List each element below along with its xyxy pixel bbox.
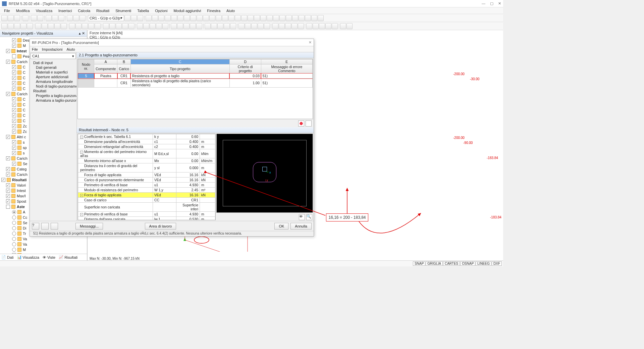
status-dxf[interactable]: DXF — [492, 261, 502, 266]
ok-button[interactable]: OK — [274, 223, 288, 230]
tb-icon[interactable] — [69, 23, 75, 29]
tb-icon[interactable] — [165, 15, 171, 21]
tb-icon[interactable] — [209, 15, 215, 21]
print-icon[interactable] — [51, 223, 58, 230]
tb-icon[interactable] — [122, 23, 128, 29]
result-row[interactable]: Forza di taglio applicataVEd16.16kN — [78, 172, 215, 178]
tb-icon[interactable] — [319, 23, 325, 29]
menu-insert[interactable]: Inserisci — [56, 8, 74, 13]
menu-tools[interactable]: Strumenti — [113, 8, 134, 13]
tb-icon[interactable] — [162, 23, 168, 29]
tb-view3-icon[interactable] — [79, 15, 86, 21]
tb-icon[interactable] — [235, 15, 241, 21]
tb-icon[interactable] — [42, 23, 48, 29]
status-snap[interactable]: SNAP — [413, 261, 425, 266]
tb-icon[interactable] — [177, 15, 183, 21]
tb-icon[interactable] — [61, 23, 67, 29]
tb-new-icon[interactable] — [1, 15, 7, 21]
tb-icon[interactable] — [82, 23, 88, 29]
tb-icon[interactable] — [211, 23, 217, 29]
tb-icon[interactable] — [291, 23, 298, 29]
tb-redo-icon[interactable] — [37, 15, 43, 21]
menu-view[interactable]: Visualizza — [33, 8, 55, 13]
menu-calc[interactable]: Calcola — [75, 8, 93, 13]
menu-addons[interactable]: Moduli aggiuntivi — [171, 8, 204, 13]
tb-save-icon[interactable] — [14, 15, 20, 21]
tb-icon[interactable] — [75, 23, 82, 29]
result-row[interactable]: Distanza tra il centro di gravità del pe… — [78, 163, 215, 172]
tb-b-icon[interactable] — [131, 15, 137, 21]
tb-icon[interactable] — [203, 15, 209, 21]
intermediate-grid[interactable]: -Coefficiente k sec. Tabella 6.1k y0.60D… — [77, 134, 216, 220]
tb-paste-icon[interactable] — [58, 15, 64, 21]
tb-icon[interactable] — [156, 23, 162, 29]
tb-icon[interactable] — [54, 23, 60, 29]
menu-file[interactable]: File — [1, 8, 13, 13]
close-button[interactable]: ✕ — [498, 1, 501, 6]
dlg-menu-help[interactable]: Aiuto — [67, 47, 75, 51]
dlg-menu-file[interactable]: File — [32, 47, 38, 51]
cancel-button[interactable]: Annulla — [290, 223, 312, 230]
tb-icon[interactable] — [8, 23, 14, 29]
status-cartes[interactable]: CARTES — [443, 261, 460, 266]
tb-icon[interactable] — [285, 23, 291, 29]
tb-icon[interactable] — [325, 23, 331, 29]
tb-icon[interactable] — [109, 23, 115, 29]
tb-icon[interactable] — [88, 23, 94, 29]
nav-tab-data[interactable]: 📄Dati — [1, 255, 14, 259]
result-row[interactable]: Distanza dall'area caricatalw,10.530m — [78, 217, 215, 220]
tb-icon[interactable] — [245, 23, 251, 29]
tb-icon[interactable] — [298, 23, 304, 29]
tb-icon[interactable] — [14, 23, 20, 29]
tb-icon[interactable] — [177, 23, 183, 29]
menu-table[interactable]: Tabella — [135, 8, 152, 13]
tb-icon[interactable] — [146, 15, 152, 21]
tb-icon[interactable] — [222, 15, 228, 21]
loadcase-combo[interactable]: CR1 - G1/p o G2/p ▾ — [88, 15, 124, 21]
tb-icon[interactable] — [251, 23, 257, 29]
tree-item[interactable]: M — [0, 247, 87, 252]
tb-icon[interactable] — [217, 23, 223, 29]
tree-item[interactable]: Va — [0, 236, 87, 242]
zoom-icon[interactable]: 🔍 — [306, 214, 312, 220]
tb-icon[interactable] — [196, 23, 202, 29]
tb-icon[interactable] — [241, 15, 247, 21]
tb-icon[interactable] — [197, 15, 203, 21]
dlg-close-icon[interactable]: ✕ — [309, 40, 312, 45]
result-row[interactable]: -Perimetro di verifica di baseu14.930m — [78, 212, 215, 217]
tb-c-icon[interactable] — [137, 15, 143, 21]
tb-icon[interactable] — [228, 15, 234, 21]
tb-icon[interactable] — [128, 23, 135, 29]
tb-icon[interactable] — [152, 15, 158, 21]
menu-window[interactable]: Finestra — [204, 8, 223, 13]
workarea-button[interactable]: Area di lavoro — [145, 223, 176, 230]
nav-tab-views[interactable]: 👁Viste — [43, 255, 55, 259]
messages-button[interactable]: Messaggi... — [75, 223, 103, 230]
tb-icon[interactable] — [313, 23, 319, 29]
tb-icon[interactable] — [279, 23, 285, 29]
result-row[interactable]: Dimensioni rettangolari all'eccentricità… — [78, 144, 215, 149]
menu-help[interactable]: Aiuto — [224, 8, 237, 13]
result-row[interactable]: Superficie non caricataSuperficie inferi — [78, 203, 215, 212]
tb-icon[interactable] — [279, 15, 285, 21]
status-osnap[interactable]: OSNAP — [460, 261, 475, 266]
case-combo[interactable]: CA1▾ — [31, 53, 76, 59]
tb-icon[interactable] — [171, 15, 177, 21]
tb-icon[interactable] — [299, 15, 305, 21]
design-grid[interactable]: Nodo nr. AB CDE ComponenteCaricoTipo pro… — [77, 59, 313, 119]
tb-icon[interactable] — [20, 23, 26, 29]
result-row[interactable]: -Forza di taglio applicataVEd16.16kN — [78, 193, 215, 198]
result-row[interactable]: Caso di caricoCCCR1 — [78, 198, 215, 203]
tb-icon[interactable] — [264, 23, 270, 29]
nav-tab-view[interactable]: 📊Visualizza — [17, 255, 39, 259]
tb-open-icon[interactable] — [8, 15, 14, 21]
tb-icon[interactable] — [258, 23, 264, 29]
tb-icon[interactable] — [27, 23, 33, 29]
tb-icon[interactable] — [248, 15, 254, 21]
flag-icon[interactable] — [298, 120, 304, 127]
result-row[interactable]: -Coefficiente k sec. Tabella 6.1k y0.60 — [78, 134, 215, 139]
tb-a-icon[interactable] — [124, 15, 130, 21]
tb-icon[interactable] — [238, 23, 245, 29]
tb-icon[interactable] — [190, 23, 196, 29]
tb-icon[interactable] — [205, 23, 211, 29]
